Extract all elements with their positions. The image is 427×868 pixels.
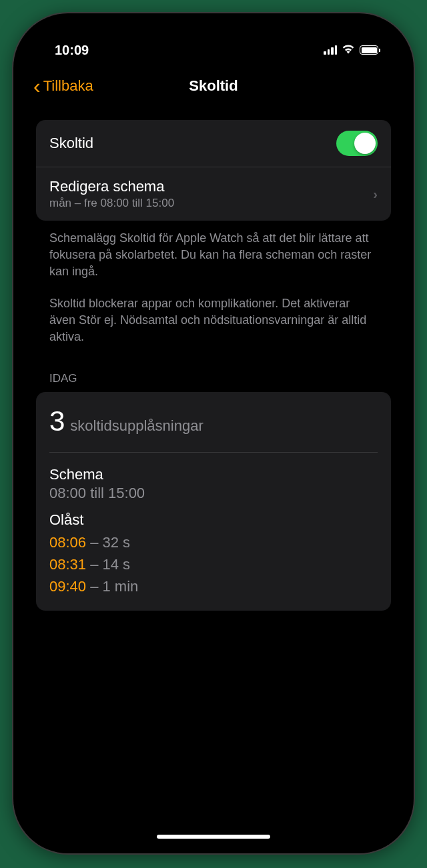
skoltid-label: Skoltid <box>49 135 93 152</box>
unlock-duration: – 1 min <box>86 578 138 595</box>
status-icons <box>324 43 380 57</box>
wifi-icon <box>342 43 355 57</box>
chevron-right-icon: › <box>373 187 378 202</box>
navigation-bar: ‹ Tillbaka Skoltid <box>20 67 407 113</box>
schedule-title: Schema <box>49 466 378 483</box>
unlock-count: 3 <box>49 405 65 437</box>
phone-frame: 10:09 <box>13 13 414 853</box>
skoltid-toggle-row: Skoltid <box>36 120 391 167</box>
unlock-time: 08:06 <box>49 534 86 551</box>
today-card: 3 skoltidsupplåsningar Schema 08:00 till… <box>36 392 391 611</box>
page-title: Skoltid <box>189 77 238 95</box>
toggle-knob <box>354 133 376 154</box>
schedule-summary: mån – fre 08:00 till 15:00 <box>49 197 373 210</box>
settings-group-main: Skoltid Redigera schema mån – fre 08:00 … <box>36 120 391 221</box>
status-time: 10:09 <box>55 43 89 58</box>
unlock-time: 09:40 <box>49 578 86 595</box>
description-paragraph-1: Schemalägg Skoltid för Apple Watch så at… <box>36 230 391 281</box>
description-paragraph-2: Skoltid blockerar appar och komplikation… <box>36 295 391 346</box>
content-area: Skoltid Redigera schema mån – fre 08:00 … <box>20 113 407 617</box>
edit-schedule-label: Redigera schema <box>49 178 373 195</box>
unlock-time: 08:31 <box>49 556 86 573</box>
unlock-count-row: 3 skoltidsupplåsningar <box>49 405 378 453</box>
battery-icon <box>360 45 380 55</box>
unlock-entry: 08:31 – 14 s <box>49 553 378 575</box>
back-label: Tillbaka <box>43 77 93 95</box>
today-header: IDAG <box>36 372 391 392</box>
skoltid-toggle[interactable] <box>336 131 378 156</box>
phone-screen: 10:09 <box>20 20 407 847</box>
unlock-entry: 09:40 – 1 min <box>49 575 378 597</box>
unlock-entry: 08:06 – 32 s <box>49 531 378 553</box>
back-button[interactable]: ‹ Tillbaka <box>33 75 93 97</box>
unlock-count-label: skoltidsupplåsningar <box>70 417 203 435</box>
home-indicator[interactable] <box>157 835 270 839</box>
dynamic-island <box>165 32 262 59</box>
cellular-signal-icon <box>324 45 337 55</box>
unlock-duration: – 14 s <box>86 556 130 573</box>
schedule-time-range: 08:00 till 15:00 <box>49 485 378 502</box>
edit-schedule-row[interactable]: Redigera schema mån – fre 08:00 till 15:… <box>36 167 391 221</box>
unlock-duration: – 32 s <box>86 534 130 551</box>
unlocked-title: Olåst <box>49 511 378 529</box>
chevron-left-icon: ‹ <box>33 75 41 97</box>
